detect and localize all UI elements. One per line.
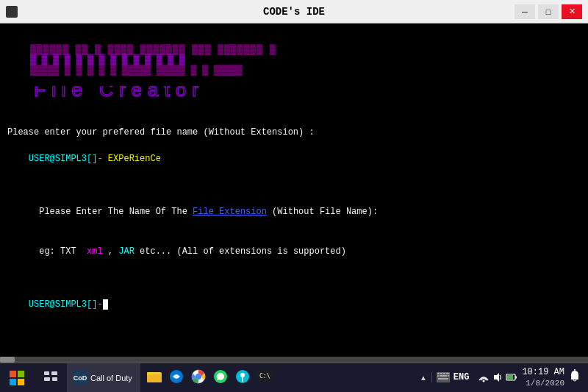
info-suffix: (Without File Name): [267,207,378,217]
task-view-button[interactable] [37,363,67,393]
ascii-art-title: ▓▓▓▓▓▓ ▓▓ ▓ ▓▓▓▓ ▓▓▓▓▓▓▓ ▓▓▓ ▓▓▓▓▓▓▓ ▓▓▓… [7,29,581,123]
task-view-icon [43,371,58,385]
time-display: 10:19 AM [522,367,564,379]
svg-rect-36 [515,377,517,379]
info-line-2: eg: TXT xml , JAR etc... (All of extensi… [7,232,581,271]
file-explorer-taskbar[interactable] [145,367,164,388]
svg-rect-8 [18,379,24,385]
date-display: 1/8/2020 [522,378,564,388]
svg-rect-31 [448,375,449,377]
svg-rect-7 [10,379,16,385]
app-icon [6,6,18,18]
whatsapp-taskbar[interactable] [211,367,230,388]
blank-line-1 [7,179,581,192]
chrome-icon [190,368,207,385]
svg-text:File Creator: File Creator [34,86,204,101]
prompt-line-1: Please enter your prefered file name (Wi… [7,126,581,139]
svg-rect-26 [440,373,442,374]
svg-rect-38 [574,369,576,371]
start-button[interactable] [0,363,33,393]
svg-point-21 [240,373,245,377]
svg-text:▓▓▓▓▓  ▓  ▓   ▓    ▓      ▓   : ▓▓▓▓▓ ▓ ▓ ▓ ▓ ▓ ▓▓▓▓▓ ▓▓▓▓▓ ▓ ▓ ▓▓▓▓▓ [30,65,243,76]
edge-icon [168,368,184,385]
prompt-line-2: USER@SIMPL3[]- [7,285,581,324]
taskbar-quick-apps: C:\ [140,367,274,388]
svg-rect-28 [446,373,449,374]
prompt-text-1: USER@SIMPL3[]- [29,154,103,164]
eg-etc: etc... (All of extensions is supported) [135,246,346,257]
svg-rect-15 [147,372,153,375]
cmd-icon: C:\ [257,368,273,385]
svg-rect-5 [10,371,16,377]
keyboard-icon [437,372,450,382]
svg-text:C:\: C:\ [259,373,270,379]
title-bar: CODE's IDE ─ □ ✕ [0,0,588,24]
file-explorer-icon [146,368,162,385]
network-icon [478,371,490,383]
maximize-button[interactable]: □ [538,4,559,19]
info-line-1: Please Enter The Name Of The File Extens… [7,192,581,232]
window-title: CODE's IDE [263,6,325,18]
tray-expand-button[interactable]: ▲ [420,374,427,382]
svg-rect-10 [51,371,57,375]
edge-taskbar[interactable] [167,367,186,388]
svg-rect-27 [443,373,445,374]
terminal-area: ▓▓▓▓▓▓ ▓▓ ▓ ▓▓▓▓ ▓▓▓▓▓▓▓ ▓▓▓ ▓▓▓▓▓▓▓ ▓▓▓… [0,24,588,363]
svg-rect-12 [52,377,57,381]
svg-rect-29 [437,375,439,377]
svg-rect-6 [18,371,24,377]
info-prefix: Please Enter The Name Of The [29,207,193,217]
scrollbar-thumb[interactable] [0,357,15,363]
svg-text:▓   ▓  ▓  ▓   ▓    ▓      ▓   : ▓ ▓ ▓ ▓ ▓ ▓ ▓ ▓ ▓ ▓ ▓ ▓ ▓ ▓ [30,54,185,65]
svg-marker-34 [494,373,499,382]
svg-rect-37 [507,375,513,379]
scrollbar-track [0,357,588,363]
windows-start-icon [8,369,26,387]
notification-button[interactable] [569,369,581,386]
cmd-taskbar[interactable]: C:\ [255,367,274,388]
svg-point-33 [483,380,485,382]
eg-prefix: eg: TXT [29,246,87,257]
svg-rect-32 [438,378,448,379]
eg-sep: , [103,246,119,257]
prompt-text-2: USER@SIMPL3[]- [29,299,103,310]
language-indicator: ENG [453,372,470,382]
close-button[interactable]: ✕ [562,4,582,19]
notification-icon [569,369,581,384]
blank-line-2 [7,271,581,285]
maps-icon [234,368,251,385]
sound-icon [492,371,503,383]
window-controls: ─ □ ✕ [514,4,582,19]
cod-icon: CoD [73,371,87,385]
chrome-taskbar[interactable] [189,367,208,388]
svg-rect-9 [44,371,49,375]
taskbar-app-cod[interactable]: CoD Call of Duty [67,363,140,393]
minimize-button[interactable]: ─ [514,4,535,19]
svg-rect-11 [44,377,50,381]
user-input-1: EXPeRienCe [103,154,161,164]
ext-xml: xml [87,246,103,257]
taskbar-tray: ▲ ENG [420,367,588,389]
maps-taskbar[interactable] [233,367,252,388]
svg-rect-30 [440,375,447,377]
battery-icon [506,371,517,383]
taskbar: CoD Call of Duty [0,363,588,392]
ext-jar: JAR [118,246,135,257]
cursor-block [103,299,108,310]
svg-text:▓▓▓▓▓▓   ▓▓  ▓   ▓▓▓▓  ▓▓▓▓▓▓▓: ▓▓▓▓▓▓ ▓▓ ▓ ▓▓▓▓ ▓▓▓▓▓▓▓ ▓▓▓ ▓▓▓▓▓▓▓ ▓▓▓… [30,44,276,55]
status-icons [478,371,517,383]
terminal-scrollbar[interactable] [0,357,588,363]
info-highlight: File Extension [193,207,267,217]
title-bar-left [6,6,18,18]
svg-point-18 [196,374,201,379]
cod-label: Call of Duty [90,374,132,382]
tray-area: ENG [431,372,474,382]
whatsapp-icon [212,368,229,385]
svg-rect-25 [437,373,440,374]
svg-rect-14 [147,374,162,382]
system-clock[interactable]: 10:19 AM 1/8/2020 [522,367,564,389]
input-line-1: USER@SIMPL3[]- EXPeRienCe [7,139,581,179]
